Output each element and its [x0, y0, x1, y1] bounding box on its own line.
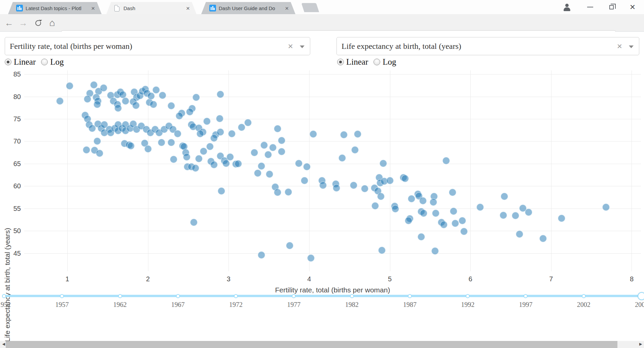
slider-handle[interactable]	[638, 292, 644, 300]
scatter-point[interactable]	[158, 139, 165, 146]
dropdown-clear-icon[interactable]: ×	[617, 41, 622, 52]
slider-year-label[interactable]: 2002	[577, 301, 591, 309]
tab-close-icon[interactable]: ×	[91, 5, 95, 11]
slider-step-dot[interactable]	[292, 294, 296, 298]
slider-step-dot[interactable]	[234, 294, 238, 298]
browser-tab-dash[interactable]: Dash ×	[106, 2, 196, 14]
scatter-point[interactable]	[371, 202, 379, 210]
scatter-point[interactable]	[432, 210, 439, 217]
scatter-point[interactable]	[170, 156, 177, 163]
scrollbar-thumb[interactable]	[6, 341, 617, 348]
scatter-point[interactable]	[244, 119, 252, 126]
window-close-button[interactable]: ×	[630, 4, 635, 10]
scatter-point[interactable]	[460, 228, 468, 235]
slider-year-label[interactable]: 1982	[345, 301, 359, 309]
scatter-point[interactable]	[378, 247, 386, 254]
scatter-point[interactable]	[235, 160, 242, 167]
scatter-point[interactable]	[386, 177, 394, 184]
scatter-point[interactable]	[420, 210, 427, 217]
scatter-point[interactable]	[132, 102, 140, 109]
scatter-point[interactable]	[152, 86, 160, 94]
scatter-point[interactable]	[195, 155, 203, 162]
scatter-point[interactable]	[377, 193, 385, 200]
scatter-point[interactable]	[83, 146, 90, 154]
slider-step-dot[interactable]	[408, 294, 412, 298]
scatter-point[interactable]	[226, 153, 234, 161]
scatter-point[interactable]	[295, 160, 302, 167]
scatter-point[interactable]	[176, 112, 183, 120]
scatter-point[interactable]	[258, 251, 265, 259]
scatter-point[interactable]	[168, 102, 175, 109]
scatter-point[interactable]	[452, 220, 459, 227]
slider-year-label[interactable]: 1967	[171, 301, 185, 309]
scatter-point[interactable]	[500, 212, 507, 219]
scatter-point[interactable]	[340, 131, 348, 138]
scatter-point[interactable]	[144, 145, 152, 153]
x-scale-log-option[interactable]: Log	[41, 57, 64, 67]
scatter-point[interactable]	[266, 170, 273, 178]
slider-step-dot[interactable]	[466, 294, 470, 298]
scatter-point[interactable]	[210, 134, 218, 142]
scatter-point[interactable]	[251, 149, 258, 156]
scatter-point[interactable]	[168, 139, 175, 146]
slider-year-label[interactable]: 1962	[113, 301, 127, 309]
scatter-point[interactable]	[539, 235, 547, 242]
slider-step-dot[interactable]	[524, 294, 528, 298]
scatter-point[interactable]	[66, 82, 73, 90]
scatter-point[interactable]	[274, 189, 281, 196]
back-icon[interactable]: ←	[3, 14, 15, 32]
slider-step-dot[interactable]	[60, 294, 64, 298]
slider-step-dot[interactable]	[582, 294, 586, 298]
scatter-point[interactable]	[392, 205, 399, 213]
scatter-point[interactable]	[192, 164, 199, 172]
slider-step-dot[interactable]	[350, 294, 354, 298]
scatter-point[interactable]	[206, 143, 214, 150]
scatter-point[interactable]	[442, 157, 450, 164]
scatter-point[interactable]	[159, 92, 166, 99]
slider-year-label[interactable]: 1987	[403, 301, 417, 309]
scatter-point[interactable]	[602, 203, 610, 211]
scatter-point[interactable]	[303, 163, 311, 170]
slider-step-dot[interactable]	[176, 294, 180, 298]
minimize-button[interactable]	[587, 7, 593, 7]
browser-tab-forum[interactable]: Latest Dash topics - Plotl ×	[8, 2, 102, 14]
scatter-point[interactable]	[501, 193, 508, 200]
scatter-point[interactable]	[186, 108, 193, 116]
scatter-point[interactable]	[431, 247, 439, 255]
scatter-point[interactable]	[203, 118, 211, 125]
forward-icon[interactable]: →	[17, 14, 29, 32]
restore-button[interactable]	[609, 5, 614, 9]
scatter-point[interactable]	[264, 151, 272, 158]
slider-year-label[interactable]: 1997	[519, 301, 532, 309]
dropdown-clear-icon[interactable]: ×	[288, 41, 293, 52]
home-icon[interactable]: ⌂	[46, 14, 58, 32]
scatter-point[interactable]	[354, 130, 361, 138]
scatter-point[interactable]	[380, 160, 387, 167]
profile-icon[interactable]	[563, 3, 571, 11]
slider-year-label[interactable]: 1992	[461, 301, 474, 309]
y-scale-linear-option[interactable]: Linear	[337, 57, 368, 67]
scatter-point[interactable]	[525, 209, 532, 216]
scatter-point[interactable]	[419, 197, 427, 204]
scatter-point[interactable]	[440, 221, 448, 228]
scatter-point[interactable]	[319, 182, 327, 189]
scatter-point[interactable]	[286, 242, 293, 249]
horizontal-scrollbar[interactable]: ◄ ►	[0, 341, 644, 348]
scatter-point[interactable]	[310, 130, 317, 138]
scatter-point[interactable]	[210, 161, 218, 168]
scatter-point[interactable]	[361, 185, 368, 192]
slider-year-label[interactable]: 1957	[55, 301, 69, 309]
scatter-point[interactable]	[94, 101, 101, 108]
scatter-point[interactable]	[278, 137, 285, 144]
scatter-point[interactable]	[405, 217, 412, 224]
scatter-point[interactable]	[350, 182, 357, 189]
scatter-point[interactable]	[100, 84, 107, 92]
scatter-point[interactable]	[217, 128, 224, 136]
scatter-point[interactable]	[218, 187, 225, 195]
scatter-point[interactable]	[217, 91, 224, 98]
scatter-point[interactable]	[260, 141, 268, 149]
slider-year-label[interactable]: 1972	[229, 301, 243, 309]
scroll-right-icon[interactable]: ►	[638, 341, 643, 347]
scatter-point[interactable]	[192, 94, 200, 101]
scatter-point[interactable]	[94, 137, 101, 145]
